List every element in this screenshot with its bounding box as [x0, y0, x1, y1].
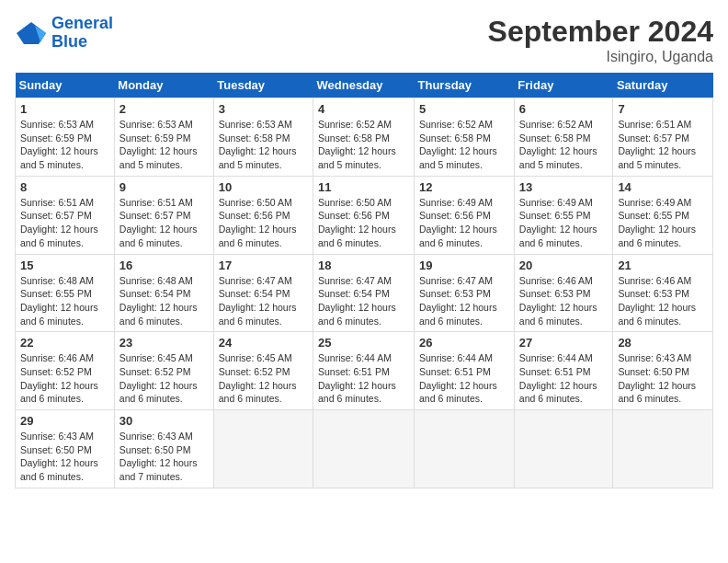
calendar-cell: 4 Sunrise: 6:52 AM Sunset: 6:58 PM Dayli…: [313, 98, 415, 177]
sunrise-label: Sunrise: 6:53 AM: [219, 119, 292, 130]
sunset-label: Sunset: 6:57 PM: [618, 132, 689, 144]
sunset-label: Sunset: 6:58 PM: [519, 132, 591, 144]
daylight-label: Daylight: 12 hours and 6 minutes.: [419, 302, 497, 327]
day-info: Sunrise: 6:52 AM Sunset: 6:58 PM Dayligh…: [419, 118, 509, 172]
day-info: Sunrise: 6:53 AM Sunset: 6:59 PM Dayligh…: [20, 118, 109, 172]
title-area: September 2024 Isingiro, Uganda: [488, 15, 713, 65]
day-info: Sunrise: 6:52 AM Sunset: 6:58 PM Dayligh…: [318, 118, 409, 172]
sunset-label: Sunset: 6:51 PM: [519, 366, 591, 377]
calendar-cell: 26 Sunrise: 6:44 AM Sunset: 6:51 PM Dayl…: [415, 332, 515, 410]
daylight-label: Daylight: 12 hours and 6 minutes.: [119, 380, 198, 405]
sunrise-label: Sunrise: 6:53 AM: [20, 119, 94, 130]
sunrise-label: Sunrise: 6:47 AM: [318, 275, 392, 286]
logo-text: General Blue: [51, 15, 113, 52]
calendar-cell: 21 Sunrise: 6:46 AM Sunset: 6:53 PM Dayl…: [613, 254, 713, 332]
calendar-cell: 6 Sunrise: 6:52 AM Sunset: 6:58 PM Dayli…: [514, 98, 613, 177]
daylight-label: Daylight: 12 hours and 5 minutes.: [318, 145, 396, 170]
calendar-cell: 14 Sunrise: 6:49 AM Sunset: 6:55 PM Dayl…: [613, 176, 713, 254]
calendar-cell: 1 Sunrise: 6:53 AM Sunset: 6:59 PM Dayli…: [16, 98, 115, 177]
day-info: Sunrise: 6:46 AM Sunset: 6:53 PM Dayligh…: [618, 274, 708, 328]
day-number: 15: [20, 259, 109, 272]
calendar-cell: 19 Sunrise: 6:47 AM Sunset: 6:53 PM Dayl…: [415, 254, 515, 332]
sunset-label: Sunset: 6:55 PM: [618, 210, 689, 221]
daylight-label: Daylight: 12 hours and 6 minutes.: [618, 302, 696, 327]
calendar-cell: 5 Sunrise: 6:52 AM Sunset: 6:58 PM Dayli…: [415, 98, 515, 177]
sunset-label: Sunset: 6:56 PM: [318, 210, 390, 221]
daylight-label: Daylight: 12 hours and 6 minutes.: [20, 380, 98, 405]
calendar-week-5: 29 Sunrise: 6:43 AM Sunset: 6:50 PM Dayl…: [16, 410, 713, 488]
daylight-label: Daylight: 12 hours and 6 minutes.: [318, 380, 396, 405]
day-info: Sunrise: 6:44 AM Sunset: 6:51 PM Dayligh…: [419, 351, 509, 406]
day-number: 8: [20, 180, 109, 194]
sunset-label: Sunset: 6:59 PM: [20, 132, 92, 144]
day-info: Sunrise: 6:53 AM Sunset: 6:59 PM Dayligh…: [119, 118, 209, 172]
sunset-label: Sunset: 6:55 PM: [20, 288, 92, 299]
day-info: Sunrise: 6:50 AM Sunset: 6:56 PM Dayligh…: [219, 196, 308, 250]
daylight-label: Daylight: 12 hours and 6 minutes.: [618, 224, 696, 248]
day-number: 11: [318, 180, 409, 194]
daylight-label: Daylight: 12 hours and 6 minutes.: [20, 457, 98, 482]
day-number: 14: [618, 180, 708, 194]
calendar-cell: [415, 410, 515, 488]
calendar-cell: 9 Sunrise: 6:51 AM Sunset: 6:57 PM Dayli…: [114, 176, 213, 254]
sunset-label: Sunset: 6:52 PM: [119, 366, 191, 377]
daylight-label: Daylight: 12 hours and 5 minutes.: [419, 145, 497, 170]
calendar-cell: 13 Sunrise: 6:49 AM Sunset: 6:55 PM Dayl…: [514, 176, 613, 254]
daylight-label: Daylight: 12 hours and 6 minutes.: [519, 224, 597, 248]
daylight-label: Daylight: 12 hours and 5 minutes.: [519, 145, 597, 170]
calendar-week-3: 15 Sunrise: 6:48 AM Sunset: 6:55 PM Dayl…: [16, 254, 713, 332]
day-number: 27: [519, 336, 609, 350]
daylight-label: Daylight: 12 hours and 6 minutes.: [618, 380, 696, 405]
day-number: 30: [119, 414, 209, 428]
sunrise-label: Sunrise: 6:45 AM: [219, 352, 292, 363]
day-number: 29: [20, 414, 109, 428]
sunset-label: Sunset: 6:52 PM: [219, 366, 290, 377]
daylight-label: Daylight: 12 hours and 6 minutes.: [519, 380, 597, 405]
day-info: Sunrise: 6:43 AM Sunset: 6:50 PM Dayligh…: [20, 430, 109, 484]
calendar-cell: 23 Sunrise: 6:45 AM Sunset: 6:52 PM Dayl…: [114, 332, 213, 410]
calendar-cell: [613, 410, 713, 488]
day-number: 16: [119, 259, 209, 272]
sunrise-label: Sunrise: 6:51 AM: [119, 197, 193, 208]
day-number: 28: [618, 336, 708, 350]
location-title: Isingiro, Uganda: [488, 49, 713, 65]
sunset-label: Sunset: 6:51 PM: [419, 366, 491, 377]
sunrise-label: Sunrise: 6:46 AM: [20, 352, 94, 363]
sunrise-label: Sunrise: 6:48 AM: [20, 275, 94, 286]
daylight-label: Daylight: 12 hours and 6 minutes.: [318, 224, 396, 248]
sunrise-label: Sunrise: 6:51 AM: [618, 119, 691, 130]
day-number: 13: [519, 180, 609, 194]
day-number: 3: [219, 102, 308, 116]
day-info: Sunrise: 6:46 AM Sunset: 6:52 PM Dayligh…: [20, 351, 109, 406]
day-info: Sunrise: 6:43 AM Sunset: 6:50 PM Dayligh…: [119, 430, 209, 484]
day-number: 22: [20, 336, 109, 350]
weekday-header-sunday: Sunday: [16, 73, 115, 98]
daylight-label: Daylight: 12 hours and 6 minutes.: [419, 380, 497, 405]
day-number: 25: [318, 336, 409, 350]
day-number: 4: [318, 102, 409, 116]
calendar-cell: 8 Sunrise: 6:51 AM Sunset: 6:57 PM Dayli…: [16, 176, 115, 254]
calendar-cell: 24 Sunrise: 6:45 AM Sunset: 6:52 PM Dayl…: [213, 332, 313, 410]
day-info: Sunrise: 6:47 AM Sunset: 6:54 PM Dayligh…: [318, 274, 409, 328]
weekday-header-monday: Monday: [114, 73, 213, 98]
day-info: Sunrise: 6:48 AM Sunset: 6:54 PM Dayligh…: [119, 274, 209, 328]
sunset-label: Sunset: 6:50 PM: [119, 444, 191, 455]
calendar-cell: 18 Sunrise: 6:47 AM Sunset: 6:54 PM Dayl…: [313, 254, 415, 332]
daylight-label: Daylight: 12 hours and 6 minutes.: [119, 224, 198, 248]
daylight-label: Daylight: 12 hours and 5 minutes.: [618, 145, 696, 170]
daylight-label: Daylight: 12 hours and 6 minutes.: [20, 224, 98, 248]
sunset-label: Sunset: 6:50 PM: [618, 366, 689, 377]
sunset-label: Sunset: 6:58 PM: [419, 132, 491, 144]
sunrise-label: Sunrise: 6:48 AM: [119, 275, 193, 286]
day-info: Sunrise: 6:45 AM Sunset: 6:52 PM Dayligh…: [119, 351, 209, 406]
day-info: Sunrise: 6:47 AM Sunset: 6:53 PM Dayligh…: [419, 274, 509, 328]
sunset-label: Sunset: 6:56 PM: [419, 210, 491, 221]
day-number: 6: [519, 102, 609, 116]
sunset-label: Sunset: 6:54 PM: [219, 288, 290, 299]
calendar-cell: [313, 410, 415, 488]
sunrise-label: Sunrise: 6:44 AM: [519, 352, 593, 363]
sunrise-label: Sunrise: 6:50 AM: [219, 197, 292, 208]
day-number: 18: [318, 259, 409, 272]
header: General Blue September 2024 Isingiro, Ug…: [15, 15, 713, 65]
calendar-cell: 28 Sunrise: 6:43 AM Sunset: 6:50 PM Dayl…: [613, 332, 713, 410]
